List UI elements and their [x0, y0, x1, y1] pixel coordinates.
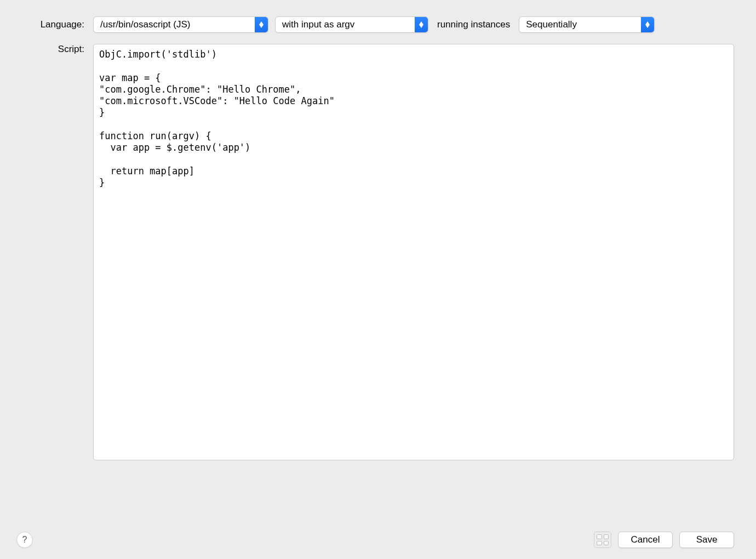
bottom-right-group: Cancel Save: [594, 532, 734, 548]
script-label: Script:: [22, 44, 87, 55]
instances-select-value: Sequentially: [526, 19, 577, 30]
language-row: Language: /usr/bin/osascript (JS) with i…: [22, 16, 734, 33]
grid-cell-icon: [604, 534, 609, 539]
script-textarea[interactable]: ObjC.import('stdlib') var map = { "com.g…: [93, 44, 734, 460]
save-button-label: Save: [696, 534, 718, 545]
save-button[interactable]: Save: [679, 532, 734, 548]
help-button[interactable]: ?: [16, 532, 33, 548]
grid-cell-icon: [597, 541, 602, 546]
input-mode-select[interactable]: with input as argv: [275, 16, 428, 33]
grid-cell-icon: [597, 534, 602, 539]
grid-view-button[interactable]: [594, 532, 611, 548]
cancel-button-label: Cancel: [631, 534, 660, 545]
bottom-bar: ? Cancel Save: [16, 532, 734, 548]
help-icon: ?: [22, 535, 27, 545]
running-instances-label: running instances: [435, 19, 512, 30]
chevron-up-down-icon: [255, 17, 268, 32]
instances-select[interactable]: Sequentially: [519, 16, 655, 33]
input-mode-select-value: with input as argv: [282, 19, 354, 30]
script-row: Script: ObjC.import('stdlib') var map = …: [22, 44, 734, 460]
grid-cell-icon: [604, 541, 609, 546]
language-label: Language:: [22, 19, 87, 30]
language-select-value: /usr/bin/osascript (JS): [100, 19, 190, 30]
chevron-up-down-icon: [415, 17, 428, 32]
cancel-button[interactable]: Cancel: [618, 532, 673, 548]
chevron-up-down-icon: [641, 17, 654, 32]
language-select[interactable]: /usr/bin/osascript (JS): [93, 16, 268, 33]
